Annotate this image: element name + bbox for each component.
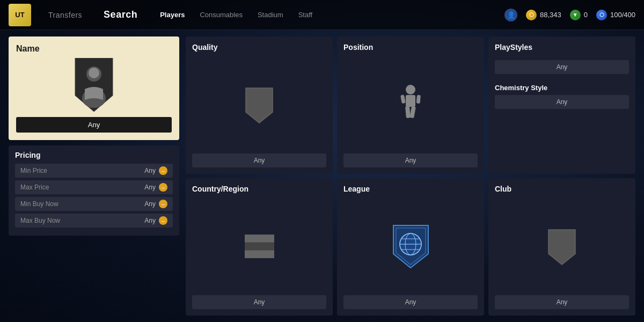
coins-display: ⬡ 88,343 (526, 10, 561, 20)
league-shield-icon (391, 223, 431, 270)
tab-staff[interactable]: Staff (297, 9, 314, 21)
profile-icon-area: 👤 (504, 9, 517, 21)
token-icon: ⬡ (596, 10, 607, 20)
min-buynow-minus[interactable]: – (159, 200, 167, 208)
svg-rect-12 (245, 251, 274, 258)
shields-value: 0 (584, 11, 588, 19)
svg-point-2 (89, 68, 99, 78)
league-title: League (343, 185, 370, 193)
filter-grid: Quality Any Position (186, 36, 635, 316)
max-price-row[interactable]: Max Price Any – (15, 180, 173, 194)
shield-currency-icon: ▼ (570, 10, 581, 20)
pricing-title: Pricing (15, 151, 173, 159)
position-title: Position (343, 43, 373, 52)
club-select[interactable]: Any (495, 295, 629, 309)
profile-icon: 👤 (504, 9, 517, 21)
club-shield-icon (546, 227, 578, 266)
max-buynow-minus[interactable]: – (159, 216, 167, 225)
left-column: Name Any Pricing (9, 36, 186, 316)
country-filter: Country/Region Any (186, 178, 333, 316)
shields-display: ▼ 0 (570, 10, 588, 20)
playstyles-title: PlayStyles (495, 43, 532, 52)
country-icon-area (192, 197, 326, 295)
currency-display: 👤 ⬡ 88,343 ▼ 0 ⬡ 100/400 (504, 9, 635, 21)
tab-players[interactable]: Players (159, 9, 186, 21)
quality-title: Quality (192, 43, 217, 52)
tokens-display: ⬡ 100/400 (596, 10, 635, 20)
max-price-value-area: Any – (144, 183, 167, 192)
country-flag-icon (245, 235, 274, 258)
min-buynow-label: Min Buy Now (20, 200, 58, 208)
svg-point-3 (406, 85, 415, 94)
coin-icon: ⬡ (526, 10, 537, 20)
quality-shield-icon (243, 85, 275, 124)
position-filter: Position Any (337, 36, 484, 174)
svg-rect-8 (416, 95, 421, 104)
player-icon-container (16, 58, 172, 112)
max-buynow-value: Any (144, 217, 156, 224)
search-nav[interactable]: Search (99, 7, 142, 23)
name-title: Name (16, 44, 40, 54)
tab-consumables[interactable]: Consumables (199, 9, 244, 21)
name-card: Name Any (9, 36, 179, 140)
min-buynow-value-area: Any – (144, 200, 167, 208)
playstyles-filter: PlayStyles Any Chemistry Style Any (488, 36, 635, 174)
max-price-label: Max Price (20, 184, 49, 191)
svg-rect-5 (405, 106, 411, 119)
svg-rect-4 (406, 95, 415, 107)
chemistry-title: Chemistry Style (495, 84, 629, 92)
club-filter: Club Any (488, 178, 635, 316)
position-select[interactable]: Any (343, 153, 478, 167)
club-icon-area (495, 197, 629, 295)
country-title: Country/Region (192, 185, 248, 193)
position-icon-area (343, 56, 478, 153)
position-figure-icon (397, 83, 424, 126)
max-price-value: Any (144, 184, 156, 191)
min-buynow-row[interactable]: Min Buy Now Any – (15, 197, 173, 211)
svg-rect-7 (400, 94, 406, 104)
league-icon-area (343, 197, 478, 295)
min-price-value: Any (144, 167, 156, 174)
country-select[interactable]: Any (192, 295, 326, 309)
svg-rect-10 (245, 235, 274, 242)
coins-value: 88,343 (540, 11, 561, 19)
max-buynow-row[interactable]: Max Buy Now Any – (15, 214, 173, 228)
max-buynow-value-area: Any – (144, 216, 167, 225)
transfers-nav[interactable]: Transfers (44, 9, 86, 21)
main-content: Name Any Pricing (0, 30, 644, 322)
tokens-value: 100/400 (610, 11, 635, 19)
tab-stadium[interactable]: Stadium (257, 9, 284, 21)
min-price-value-area: Any – (144, 166, 167, 175)
quality-filter: Quality Any (186, 36, 333, 174)
svg-rect-11 (245, 243, 274, 250)
svg-rect-6 (409, 106, 416, 118)
playstyles-select[interactable]: Any (495, 60, 629, 74)
name-input[interactable]: Any (16, 117, 172, 133)
max-buynow-label: Max Buy Now (20, 217, 60, 224)
league-select[interactable]: Any (343, 295, 478, 309)
min-price-label: Min Price (20, 167, 47, 174)
max-price-minus[interactable]: – (159, 183, 167, 192)
category-tabs: Players Consumables Stadium Staff (159, 9, 313, 21)
pricing-card: Pricing Min Price Any – Max Price Any – … (9, 145, 179, 236)
min-price-minus[interactable]: – (159, 166, 167, 175)
min-buynow-value: Any (144, 200, 156, 208)
min-price-row[interactable]: Min Price Any – (15, 164, 173, 178)
ut-logo: UT (9, 4, 31, 26)
quality-select[interactable]: Any (192, 153, 326, 167)
club-title: Club (495, 185, 511, 193)
player-card-icon (70, 58, 118, 112)
chemistry-select[interactable]: Any (495, 95, 629, 109)
topbar: UT Transfers Search Players Consumables … (0, 0, 644, 30)
league-filter: League (337, 178, 484, 316)
quality-icon-area (192, 56, 326, 153)
